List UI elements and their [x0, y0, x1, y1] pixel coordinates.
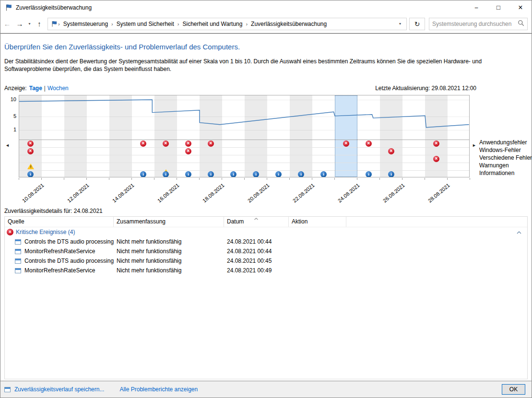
day-column[interactable] — [154, 95, 177, 177]
window-title: Zuverlässigkeitsüberwachung — [16, 4, 92, 11]
day-column[interactable] — [380, 95, 402, 177]
search-input[interactable] — [432, 21, 516, 27]
view-days-link[interactable]: Tage — [29, 85, 42, 92]
day-column[interactable] — [87, 95, 109, 177]
selected-day-highlight[interactable] — [335, 95, 357, 177]
column-header-aktion[interactable]: Aktion — [289, 217, 346, 227]
scroll-right-arrow[interactable]: ► — [472, 143, 476, 148]
x-axis-tick — [109, 178, 109, 180]
info-icon — [275, 171, 282, 177]
details-title: Zuverlässigkeitsdetails für: 24.08.2021 — [4, 208, 528, 214]
event-group-row[interactable]: Kritische Ereignisse (4) — [5, 227, 527, 237]
info-icon — [298, 171, 304, 177]
day-column[interactable] — [357, 95, 380, 177]
history-dropdown-icon[interactable]: ▾ — [26, 18, 33, 30]
x-axis-tick — [312, 178, 312, 180]
x-axis-tick — [334, 178, 335, 180]
address-dropdown-icon[interactable]: ▾ — [395, 22, 405, 26]
day-column[interactable] — [402, 95, 425, 177]
collapse-chevron-icon[interactable] — [517, 231, 521, 234]
x-axis-tick — [402, 178, 402, 180]
info-icon — [208, 171, 214, 177]
info-icon — [163, 171, 169, 177]
y-gridline — [19, 100, 469, 100]
details-table-body: Kritische Ereignisse (4)Controls the DTS… — [5, 227, 527, 275]
day-column[interactable] — [312, 95, 335, 177]
y-axis-tick-label: 1 — [4, 126, 16, 133]
day-column[interactable] — [425, 95, 448, 177]
column-header-quelle[interactable]: Quelle — [5, 217, 114, 227]
event-summary: Nicht mehr funktionsfähig — [114, 258, 224, 264]
x-axis-tick — [470, 178, 470, 180]
error-icon — [388, 148, 394, 154]
event-date: 24.08.2021 00:45 — [224, 258, 289, 264]
event-row[interactable]: Controls the DTS audio processing...Nich… — [5, 256, 527, 266]
critical-error-icon — [7, 229, 13, 235]
event-row-label: Informationen — [479, 169, 514, 177]
column-header-datum[interactable]: Datum — [224, 217, 289, 227]
breadcrumb-item[interactable]: System und Sicherheit — [114, 21, 177, 27]
view-weeks-link[interactable]: Wochen — [47, 85, 69, 92]
event-row-label: Windows-Fehler — [479, 146, 521, 154]
day-column[interactable] — [200, 95, 222, 177]
day-column[interactable] — [132, 95, 154, 177]
day-column[interactable] — [109, 95, 132, 177]
search-icon[interactable] — [518, 20, 524, 28]
event-row[interactable]: MonitorRefreshRateServiceNicht mehr funk… — [5, 266, 527, 275]
x-axis-date-label: 14.08.2021 — [111, 182, 135, 204]
x-axis-date-label: 20.08.2021 — [247, 182, 271, 204]
error-icon — [163, 140, 169, 147]
x-axis-tick — [447, 178, 448, 180]
details-table: Quelle Zusammenfassung Datum Aktion Krit… — [4, 216, 528, 379]
day-column[interactable] — [290, 95, 312, 177]
event-row[interactable]: MonitorRefreshRateServiceNicht mehr funk… — [5, 246, 527, 256]
view-all-reports-link[interactable]: Alle Problemberichte anzeigen — [119, 386, 198, 393]
close-button[interactable]: × — [509, 0, 532, 14]
refresh-button[interactable]: ↻ — [409, 18, 425, 30]
day-column[interactable] — [177, 95, 200, 177]
view-separator: | — [44, 85, 46, 92]
page-heading: Überprüfen Sie den Zuverlässigkeits- und… — [4, 43, 528, 51]
forward-button[interactable]: → — [14, 18, 25, 30]
event-summary: Nicht mehr funktionsfähig — [114, 238, 224, 245]
view-row: Anzeige: Tage | Wochen Letzte Aktualisie… — [4, 85, 476, 92]
error-icon — [433, 156, 439, 162]
day-column[interactable] — [448, 95, 470, 177]
breadcrumb: ›Systemsteuerung›System und Sicherheit›S… — [58, 21, 330, 27]
scroll-left-arrow[interactable]: ◄ — [5, 143, 10, 148]
day-column[interactable] — [42, 95, 64, 177]
ok-button[interactable]: OK — [502, 384, 525, 395]
x-axis-date-label: 10.08.2021 — [21, 182, 45, 204]
application-icon — [15, 249, 21, 254]
breadcrumb-item[interactable]: Zuverlässigkeitsüberwachung — [248, 21, 330, 27]
x-axis-tick — [289, 178, 290, 180]
save-history-link[interactable]: Zuverlässigkeitsverlauf speichern... — [14, 386, 104, 393]
titlebar: Zuverlässigkeitsüberwachung – □ × — [0, 0, 532, 14]
breadcrumb-item[interactable]: Systemsteuerung — [60, 21, 111, 27]
info-icon — [140, 171, 146, 177]
minimize-button[interactable]: – — [465, 0, 487, 14]
info-icon — [253, 171, 259, 177]
breadcrumb-item[interactable]: Sicherheit und Wartung — [179, 21, 245, 27]
maximize-button[interactable]: □ — [487, 0, 509, 14]
column-header-zusammenfassung[interactable]: Zusammenfassung — [114, 217, 224, 227]
error-icon — [433, 140, 439, 147]
event-row-label: Verschiedene Fehler — [479, 154, 532, 162]
navigation-toolbar: ← → ▾ ↑ ›Systemsteuerung›System und Sich… — [0, 14, 532, 34]
last-update-text: Letzte Aktualisierung: 29.08.2021 12:00 — [375, 85, 476, 92]
event-row[interactable]: Controls the DTS audio processing...Nich… — [5, 237, 527, 246]
back-button[interactable]: ← — [1, 18, 13, 30]
event-source-cell: MonitorRefreshRateService — [5, 267, 114, 274]
day-column[interactable] — [245, 95, 267, 177]
application-icon — [15, 239, 21, 245]
x-axis-tick — [379, 178, 380, 180]
day-column[interactable] — [267, 95, 290, 177]
page-description: Der Stabilitätsindex dient der Bewertung… — [4, 58, 526, 73]
up-button[interactable]: ↑ — [34, 18, 45, 30]
day-column[interactable] — [222, 95, 245, 177]
day-column[interactable] — [64, 95, 87, 177]
error-icon — [140, 140, 146, 147]
application-icon — [15, 268, 21, 273]
error-icon — [185, 148, 191, 154]
column-header-spacer — [346, 217, 527, 227]
